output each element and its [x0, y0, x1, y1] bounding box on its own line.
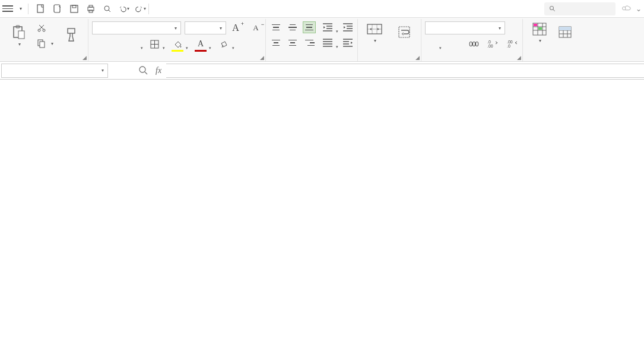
save-icon[interactable] [69, 4, 80, 14]
borders-button[interactable] [148, 38, 160, 50]
currency-button[interactable] [425, 38, 437, 50]
svg-point-30 [139, 67, 145, 72]
fill-color-button[interactable] [172, 38, 183, 50]
comma-button[interactable]: 000 [468, 38, 480, 50]
wrap-text-icon [396, 24, 412, 40]
decrease-font-icon[interactable]: A− [250, 22, 262, 34]
redo-icon[interactable]: ▾ [135, 4, 146, 14]
underline-button[interactable] [126, 38, 138, 50]
increase-decimal-button[interactable]: .0.00 [487, 38, 499, 50]
styles-group: ▾ [523, 19, 578, 61]
conditional-format-button[interactable]: ▾ [526, 21, 553, 43]
print-icon[interactable] [85, 4, 96, 14]
font-launcher-icon[interactable]: ◢ [260, 55, 264, 61]
font-name-select[interactable]: ▾ [92, 21, 181, 34]
svg-point-14 [43, 29, 45, 31]
copy-button[interactable]: ▾ [36, 37, 55, 50]
number-format-select[interactable]: ▾ [425, 21, 505, 34]
merge-wrap-group: ▾ ◢ [358, 19, 421, 61]
number-group: ▾ 000 .0.00 .00.0 ◢ [421, 19, 523, 61]
fx-icon[interactable]: fx [156, 66, 161, 75]
align-middle-button[interactable] [286, 21, 299, 33]
formula-bar-input[interactable] [166, 64, 644, 78]
align-center-button[interactable] [286, 37, 299, 49]
print-preview-icon[interactable] [102, 4, 113, 14]
indent-increase-button[interactable] [342, 21, 354, 33]
svg-rect-17 [68, 29, 75, 33]
weather-icon[interactable] [620, 4, 632, 14]
align-right-button[interactable] [303, 37, 316, 49]
svg-rect-16 [40, 42, 45, 48]
merge-center-button[interactable]: ▾ [361, 21, 388, 43]
svg-rect-2 [71, 5, 78, 12]
clear-format-button[interactable] [218, 38, 230, 50]
paste-icon [11, 25, 27, 40]
cut-button[interactable] [36, 21, 55, 34]
table-style-icon [557, 24, 573, 40]
conditional-format-icon [532, 21, 547, 37]
copy-icon [37, 39, 46, 48]
format-painter-button[interactable] [58, 27, 84, 44]
chevron-down-icon: ▾ [20, 6, 22, 11]
increase-font-icon[interactable]: A+ [230, 22, 242, 34]
svg-rect-12 [18, 31, 24, 39]
svg-text:.00: .00 [487, 44, 493, 48]
undo-icon[interactable]: ▾ [119, 4, 129, 14]
indent-decrease-button[interactable] [322, 21, 334, 33]
clipboard-group: ▾ ▾ ◢ [2, 19, 88, 61]
paste-button[interactable]: ▾ [6, 25, 32, 47]
svg-rect-27 [538, 27, 542, 30]
decrease-decimal-button[interactable]: .00.0 [507, 38, 519, 50]
svg-point-8 [550, 6, 554, 10]
bold-button[interactable] [92, 38, 104, 50]
file-menu[interactable]: ▾ [14, 6, 26, 11]
table-style-button[interactable] [556, 24, 574, 41]
font-size-select[interactable]: ▾ [185, 21, 226, 34]
font-group: ▾ ▾ A+ A− A ◢ [88, 19, 266, 61]
percent-button[interactable] [448, 38, 460, 50]
alignment-group [266, 19, 358, 61]
svg-rect-3 [72, 5, 76, 8]
align-left-button[interactable] [269, 37, 283, 49]
align-bottom-button[interactable] [303, 21, 316, 33]
open-icon[interactable] [52, 4, 63, 14]
clipboard-launcher-icon[interactable]: ◢ [83, 55, 87, 61]
chevron-down-icon: ▾ [101, 68, 104, 73]
app-menu-icon[interactable] [2, 5, 13, 12]
new-doc-icon[interactable] [36, 4, 46, 14]
format-painter-icon [64, 27, 79, 43]
merge-center-icon [367, 21, 382, 37]
orientation-button[interactable] [342, 37, 354, 49]
svg-point-13 [38, 29, 40, 31]
svg-rect-29 [559, 27, 571, 30]
svg-point-7 [104, 6, 109, 11]
name-box[interactable]: ▾ [1, 64, 108, 78]
justify-button[interactable] [322, 37, 334, 49]
svg-rect-26 [534, 24, 537, 26]
search-input[interactable] [544, 2, 616, 15]
search-icon [549, 5, 556, 12]
svg-text:.0: .0 [507, 44, 510, 48]
italic-button[interactable] [109, 38, 121, 50]
notification-icon[interactable]: ⌄ [636, 5, 642, 13]
font-color-button[interactable]: A [195, 38, 207, 50]
svg-text:.0: .0 [487, 40, 491, 44]
number-launcher-icon[interactable]: ◢ [517, 55, 521, 61]
zoom-fx-icon[interactable] [139, 66, 148, 75]
svg-rect-0 [37, 5, 43, 12]
wrap-text-button[interactable] [391, 24, 417, 41]
align-launcher-icon[interactable]: ◢ [415, 55, 420, 61]
cut-icon [37, 23, 46, 33]
svg-rect-20 [399, 27, 410, 37]
svg-text:.00: .00 [507, 40, 513, 44]
svg-rect-5 [89, 5, 93, 7]
align-top-button[interactable] [269, 21, 283, 33]
